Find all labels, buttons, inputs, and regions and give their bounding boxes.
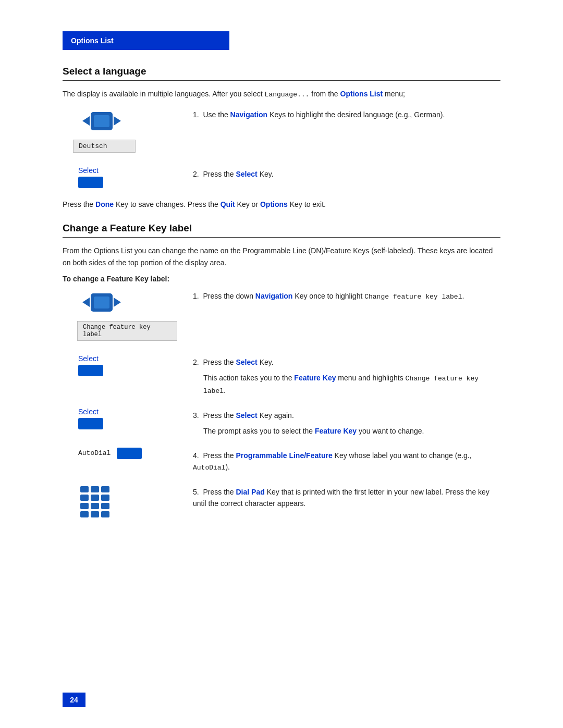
svg-marker-0 [82,116,90,126]
s2-step3-image: Select [63,408,177,429]
step2-row: Select 2. Press the Select Key. [63,166,500,188]
section2-heading: Change a Feature Key label [63,223,500,238]
s2-select-blue-button [78,365,103,376]
svg-rect-10 [101,486,109,492]
autodial-label: AutoDial [78,449,111,457]
svg-marker-1 [114,116,121,126]
svg-rect-9 [91,486,99,492]
step1-image: Deutsch [63,107,177,156]
section2-intro: From the Options List you can change the… [63,245,500,268]
page-number: 24 [70,696,78,704]
banner-label: Options List [71,36,114,45]
svg-rect-19 [101,511,109,517]
svg-rect-15 [91,503,99,509]
svg-rect-17 [80,511,89,517]
s2-step5-text: 5. Press the Dial Pad Key that is printe… [177,484,500,510]
section1-intro: The display is available in multiple lan… [63,88,500,101]
s2-step1-text: 1. Press the down Navigation Key once to… [177,288,500,303]
svg-rect-8 [80,486,89,492]
s2-step5-image [63,484,177,521]
s2-step1-row: Change feature key label 1. Press the do… [63,288,500,344]
s2-step2-image: Select [63,354,177,376]
s2-step4-text: 4. Press the Programmable Line/Feature K… [177,448,500,474]
page-number-badge: 24 [63,693,85,707]
section1-heading: Select a language [63,66,500,81]
svg-rect-13 [101,495,109,501]
svg-rect-16 [101,503,109,509]
svg-rect-12 [91,495,99,501]
svg-rect-3 [94,115,109,127]
autodial-row: AutoDial [78,448,142,459]
s2-select-label-2: Select [78,408,99,416]
step2-text: 2. Press the Select Key. [177,166,500,180]
s2-select-label: Select [78,354,99,363]
svg-rect-14 [80,503,89,509]
s2-step1-image: Change feature key label [63,288,177,344]
step1-text: 1. Use the Navigation Keys to highlight … [177,107,500,120]
s2-step2-text: 2. Press the Select Key. This action tak… [177,354,500,397]
step2-image: Select [63,166,177,188]
s2-step5-row: 5. Press the Dial Pad Key that is printe… [63,484,500,521]
navigation-icon-2 [78,288,125,317]
change-feature-display: Change feature key label [77,321,177,341]
svg-rect-18 [91,511,99,517]
select-blue-button [78,177,103,188]
svg-marker-4 [82,298,90,307]
s2-step3-text: 3. Press the Select Key again. The promp… [177,408,500,437]
step1-row: Deutsch 1. Use the Navigation Keys to hi… [63,107,500,156]
svg-rect-7 [94,297,109,309]
bold-instruction-label: To change a Feature Key label: [63,275,500,283]
autodial-blue-button [117,448,142,459]
select-label: Select [78,166,99,175]
svg-rect-11 [80,495,89,501]
options-list-banner: Options List [63,31,229,50]
language-display: Deutsch [73,140,136,153]
s2-step2-row: Select 2. Press the Select Key. This act… [63,354,500,397]
section1-footer: Press the Done Key to save changes. Pres… [63,199,500,210]
navigation-icon [78,107,125,135]
svg-marker-5 [114,298,121,307]
s2-step4-row: AutoDial 4. Press the Programmable Line/… [63,448,500,474]
select-button-area: Select [78,166,103,188]
s2-select-button-area: Select [78,354,103,376]
dialpad-icon [78,484,112,519]
s2-step3-row: Select 3. Press the Select Key again. Th… [63,408,500,437]
s2-select-blue-button-2 [78,418,103,429]
s2-select-button-area-2: Select [78,408,103,429]
s2-step4-image: AutoDial [63,448,177,459]
